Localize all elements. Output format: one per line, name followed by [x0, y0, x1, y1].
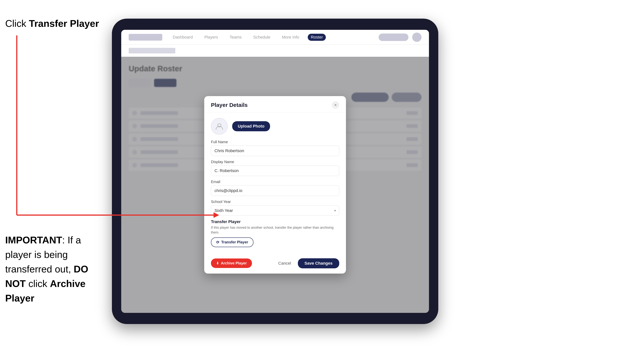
transfer-section-label: Transfer Player	[211, 219, 339, 224]
transfer-icon: ⟳	[216, 240, 219, 244]
sub-header	[121, 45, 429, 57]
transfer-section: Transfer Player If this player has moved…	[211, 219, 339, 247]
school-year-select[interactable]: First Year Second Year Third Year Fourth…	[211, 205, 339, 216]
archive-icon: ⬇	[216, 261, 219, 265]
transfer-player-button[interactable]: ⟳ Transfer Player	[211, 237, 254, 247]
upload-photo-button[interactable]: Upload Photo	[232, 121, 270, 131]
school-year-label: School Year	[211, 200, 339, 204]
display-name-input[interactable]	[211, 166, 339, 176]
school-year-wrapper: First Year Second Year Third Year Fourth…	[211, 205, 339, 216]
important-label: IMPORTANT	[5, 235, 62, 245]
app-header: Dashboard Players Teams Schedule More In…	[121, 30, 429, 45]
modal-title: Player Details	[211, 102, 248, 108]
full-name-input[interactable]	[211, 146, 339, 156]
modal-header: Player Details ×	[204, 96, 346, 113]
email-input[interactable]	[211, 185, 339, 196]
nav-players[interactable]: Players	[202, 34, 221, 41]
tablet-screen: Dashboard Players Teams Schedule More In…	[121, 30, 429, 313]
instruction-bottom: IMPORTANT: If a player is being transfer…	[5, 233, 110, 305]
email-label: Email	[211, 180, 339, 184]
display-name-label: Display Name	[211, 160, 339, 164]
breadcrumb	[129, 48, 175, 53]
transfer-description: If this player has moved to another scho…	[211, 225, 339, 235]
nav-dashboard[interactable]: Dashboard	[170, 34, 196, 41]
tablet-frame: Dashboard Players Teams Schedule More In…	[112, 19, 438, 324]
avatar	[211, 118, 228, 135]
player-details-modal: Player Details ×	[204, 96, 346, 273]
modal-footer: ⬇ Archive Player Cancel Save Changes	[204, 255, 346, 274]
app-logo	[129, 34, 162, 41]
nav-roster[interactable]: Roster	[308, 34, 326, 41]
email-group: Email	[211, 180, 339, 196]
save-changes-button[interactable]: Save Changes	[298, 258, 339, 268]
nav-items: Dashboard Players Teams Schedule More In…	[170, 34, 371, 41]
archive-player-button[interactable]: ⬇ Archive Player	[211, 258, 252, 268]
nav-schedule[interactable]: Schedule	[250, 34, 274, 41]
full-name-group: Full Name	[211, 140, 339, 156]
modal-overlay: Player Details ×	[121, 57, 429, 313]
instruction-top: Click Transfer Player	[5, 17, 99, 30]
full-name-label: Full Name	[211, 140, 339, 144]
display-name-group: Display Name	[211, 160, 339, 176]
cancel-button[interactable]: Cancel	[274, 258, 295, 268]
nav-teams[interactable]: Teams	[226, 34, 245, 41]
instruction-transfer-bold: Transfer Player	[29, 18, 99, 29]
header-right	[378, 33, 422, 42]
instruction-click-prefix: Click	[5, 18, 29, 29]
modal-close-button[interactable]: ×	[332, 101, 339, 109]
nav-more-info[interactable]: More Info	[279, 34, 302, 41]
modal-body: Upload Photo Full Name Display Name	[204, 113, 346, 254]
main-content: Update Roster	[121, 57, 429, 313]
header-avatar	[412, 33, 422, 42]
header-action-btn	[378, 33, 408, 41]
instruction-click-archive: click	[26, 278, 50, 289]
photo-section: Upload Photo	[211, 118, 339, 135]
archive-btn-label: Archive Player	[221, 261, 247, 265]
school-year-group: School Year First Year Second Year Third…	[211, 200, 339, 216]
transfer-btn-label: Transfer Player	[221, 240, 248, 244]
